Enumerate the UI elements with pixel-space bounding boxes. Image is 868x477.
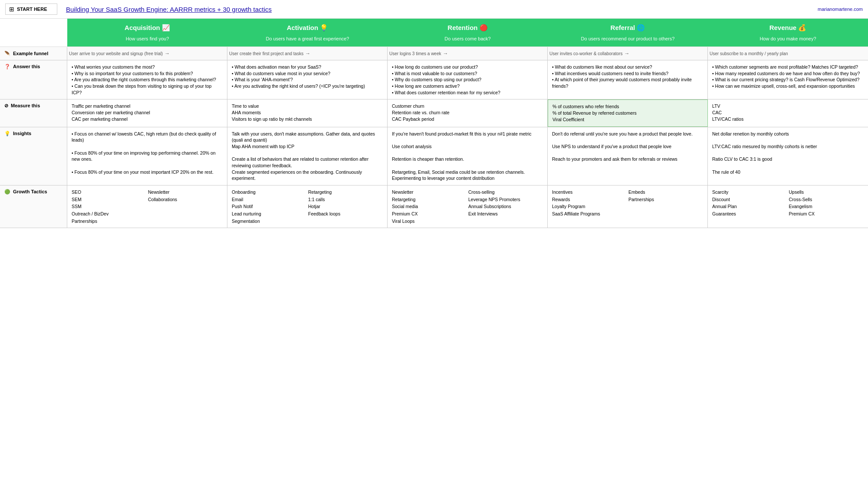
tactics-icon: 🟢 <box>4 189 10 195</box>
tactic-item: Scarcity <box>712 189 787 195</box>
insights-cell-revenue: Net dollar renetion by monthly cohorts L… <box>708 127 868 186</box>
tactic-item: SEO <box>72 189 146 195</box>
arrow-3: → <box>624 50 629 56</box>
tactic-item: Retargeting <box>392 196 467 203</box>
tactic-item: Annual Subscriptions <box>468 203 543 210</box>
tactic-item: SSM <box>72 203 146 210</box>
answer-cell-retention: • How long do customers use our product?… <box>388 60 548 99</box>
funnel-label: 🪶 Example funnel <box>0 47 67 60</box>
measure-label: ⊘ Measure this <box>0 99 67 126</box>
tactic-item: Embeds <box>628 189 703 195</box>
measure-cell-retention: Customer churn Retention rate vs. churn … <box>388 99 548 126</box>
tactics-row: 🟢 Growth Tactics SEO SEM SSM Outreach / … <box>0 186 868 228</box>
measure-row: ⊘ Measure this Traffic per marketing cha… <box>0 99 868 127</box>
tactic-item: Partnerships <box>72 218 146 225</box>
tactics-cell-retention: Newsletter Retargeting Social media Prem… <box>388 186 548 228</box>
col-header-activation: Activation 💡 Do users have a great first… <box>227 19 388 46</box>
tactic-item: Lead nurturing <box>232 211 306 217</box>
tactic-item: Premium CX <box>789 211 864 217</box>
measure-cell-acquisition: Traffic per marketing channel Conversion… <box>67 99 227 126</box>
logo-icon: ⊞ <box>9 6 14 13</box>
insights-cell-retention: If you're haven't found product-market f… <box>388 127 548 186</box>
column-headers: Acquisition 📈 How users find you? Activa… <box>0 19 868 47</box>
page-title-link[interactable]: Building Your SaaS Growth Engine: AARRR … <box>66 6 818 13</box>
funnel-cell-2: User logins 3 times a week → <box>388 47 548 60</box>
tactic-item: Cross-Sells <box>789 196 864 203</box>
col-subtitle-acquisition: How users find you? <box>126 36 169 41</box>
col-title-activation: Activation 💡 <box>287 24 329 32</box>
answer-cell-activation: • What does activation mean for your Saa… <box>227 60 388 99</box>
tactics-cell-referral: Incentives Rewards Loyalty Program SaaS … <box>548 186 708 228</box>
insights-row: 💡 Insights • Focus on channel w/ lowests… <box>0 127 868 186</box>
funnel-cell-4: User subscribe to a monthly / yearly pla… <box>708 48 868 60</box>
tactic-item: SaaS Affiliate Programs <box>552 211 627 217</box>
logo-area: ⊞ START HERE <box>5 3 57 15</box>
col-header-empty <box>0 19 67 46</box>
tactics-label-text: Growth Tactics <box>13 189 47 194</box>
arrow-1: → <box>305 50 310 56</box>
funnel-step-4: User subscribe to a monthly / yearly pla… <box>710 51 788 56</box>
tactic-item: Segmentation <box>232 218 306 225</box>
tactic-item: Collaborations <box>148 196 223 203</box>
tactic-item: Rewards <box>552 196 627 203</box>
tactic-item: Premium CX <box>392 211 467 217</box>
tactic-item: Feedback loops <box>308 211 383 217</box>
funnel-cell-3: User invites co-worker & collaborators → <box>548 47 708 60</box>
tactic-item: Exit Interviews <box>468 211 543 217</box>
insights-label: 💡 Insights <box>0 127 67 186</box>
logo-text: START HERE <box>17 7 47 12</box>
tactic-item: Hotjar <box>308 203 383 210</box>
col-header-referral: Referral 🌐 Do users recommend our produc… <box>548 19 708 46</box>
answer-label-text: Answer this <box>13 64 40 69</box>
tactic-item: Social media <box>392 203 467 210</box>
arrow-2: → <box>443 50 448 56</box>
answer-cell-revenue: • Which customer segments are most profi… <box>708 60 868 99</box>
insights-cell-referral: Don't do referral until you're sure you … <box>548 127 708 186</box>
site-link[interactable]: marianomartene.com <box>818 7 863 12</box>
insights-cell-activation: Talk with your users, don't make assumpt… <box>227 127 388 186</box>
tactic-item: Newsletter <box>392 189 467 195</box>
col-title-referral: Referral 🌐 <box>611 24 645 32</box>
tactic-item: Discount <box>712 196 787 203</box>
tactic-item: Outreach / BizDev <box>72 211 146 217</box>
tactic-item: Incentives <box>552 189 627 195</box>
answer-row: ❓ Answer this • What worries your custom… <box>0 60 868 99</box>
tactics-label: 🟢 Growth Tactics <box>0 186 67 228</box>
tactic-item: Push Notif <box>232 203 306 210</box>
answer-cell-acquisition: • What worries your customers the most? … <box>67 60 227 99</box>
tactic-item: Leverage NPS Promoters <box>468 196 543 203</box>
tactic-item: Newsletter <box>148 189 223 195</box>
insights-icon: 💡 <box>4 131 10 136</box>
insights-label-text: Insights <box>13 131 31 136</box>
col-subtitle-referral: Do users recommend our product to others… <box>581 36 675 41</box>
tactic-item: Guarantees <box>712 211 787 217</box>
tactic-item: 1:1 calls <box>308 196 383 203</box>
col-subtitle-retention: Do users come back? <box>444 36 490 41</box>
answer-icon: ❓ <box>4 64 10 70</box>
col-subtitle-revenue: How do you make money? <box>760 36 816 41</box>
col-subtitle-activation: Do users have a great first experience? <box>266 36 349 41</box>
col-title-acquisition: Acquisition 📈 <box>125 24 170 32</box>
tactic-item: Onboarding <box>232 189 306 195</box>
measure-label-text: Measure this <box>11 103 40 108</box>
tactic-item: Upsells <box>789 189 864 195</box>
funnel-step-0: User arrive to your website and signup (… <box>69 51 163 56</box>
measure-cell-referral: % of customers who refer friends % of to… <box>548 99 708 126</box>
tactics-cell-acquisition: SEO SEM SSM Outreach / BizDev Partnershi… <box>67 186 227 228</box>
tactic-item: Evangelism <box>789 203 864 210</box>
col-header-acquisition: Acquisition 📈 How users find you? <box>67 19 227 46</box>
measure-cell-revenue: LTV CAC LTV/CAC ratios <box>708 99 868 126</box>
funnel-step-1: User create their first project and task… <box>229 51 303 56</box>
funnel-step-2: User logins 3 times a week <box>389 51 441 56</box>
col-header-retention: Retention 🔴 Do users come back? <box>388 19 548 46</box>
answer-cell-referral: • What do customers like most about our … <box>548 60 708 99</box>
tactic-item: Email <box>232 196 306 203</box>
tactic-item: Loyalty Program <box>552 203 627 210</box>
arrow-0: → <box>164 50 170 56</box>
tactics-cell-revenue: Scarcity Discount Annual Plan Guarantees… <box>708 186 868 228</box>
funnel-step-3: User invites co-worker & collaborators <box>549 51 622 56</box>
insights-cell-acquisition: • Focus on channel w/ lowests CAC, high … <box>67 127 227 186</box>
tactic-item: Annual Plan <box>712 203 787 210</box>
funnel-label-text: Example funnel <box>13 51 48 56</box>
funnel-cell-1: User create their first project and task… <box>227 47 388 60</box>
